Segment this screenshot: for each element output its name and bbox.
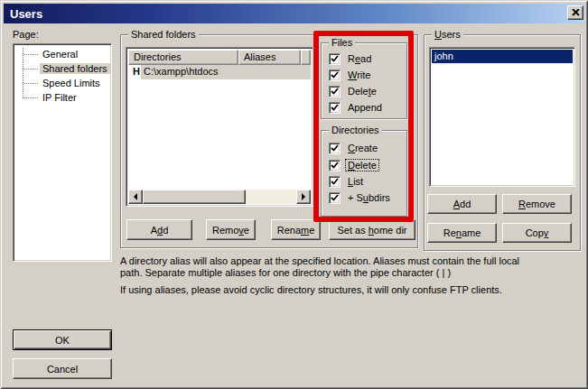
horizontal-scrollbar <box>128 190 311 204</box>
files-group: Files Read Write Delete Append <box>321 42 407 119</box>
column-header-directories[interactable]: Directories <box>128 50 238 65</box>
write-checkbox-label: Write <box>346 69 372 80</box>
column-header-filler <box>301 50 311 65</box>
close-button[interactable] <box>567 5 583 20</box>
checkbox-row-read[interactable]: Read <box>329 52 373 65</box>
arrow-left-icon <box>134 193 137 200</box>
scrollbar-thumb[interactable] <box>143 190 246 204</box>
tree-item-speed-limits[interactable]: Speed Limits <box>14 76 111 90</box>
shared-folders-listview: Directories Aliases H C:\xampp\htdocs <box>126 47 313 207</box>
alias-note-line: If using aliases, please avoid cyclic di… <box>120 284 581 296</box>
rename-user-button-label: Rename <box>443 227 481 238</box>
checkmark-icon <box>331 144 339 153</box>
append-checkbox[interactable] <box>329 102 341 114</box>
scroll-right-button[interactable] <box>296 190 311 204</box>
tree-item-label-selected: Shared folders <box>40 63 110 74</box>
checkbox-row-subdirs[interactable]: + Subdirs <box>329 191 392 204</box>
users-listbox: john <box>429 47 575 187</box>
ok-button-label: OK <box>55 335 70 346</box>
listview-header: Directories Aliases <box>128 50 311 65</box>
tree-item-label: General <box>40 49 80 60</box>
tree-item-shared-folders[interactable]: Shared folders <box>14 61 111 76</box>
remove-user-button[interactable]: Remove <box>502 194 572 214</box>
cancel-button-label: Cancel <box>47 364 78 375</box>
read-checkbox-label: Read <box>346 53 373 64</box>
checkbox-row-list[interactable]: List <box>329 175 365 188</box>
close-icon <box>572 9 580 16</box>
checkbox-row-append[interactable]: Append <box>329 101 384 114</box>
column-header-aliases[interactable]: Aliases <box>238 50 301 65</box>
subdirs-checkbox[interactable] <box>329 192 341 204</box>
cancel-button[interactable]: Cancel <box>13 358 112 379</box>
arrow-right-icon <box>302 193 305 200</box>
rename-folder-button-label: Rename <box>277 225 315 236</box>
create-checkbox[interactable] <box>329 143 341 154</box>
checkbox-row-delete-file[interactable]: Delete <box>329 85 378 97</box>
files-group-label: Files <box>329 37 355 48</box>
scrollbar-track[interactable] <box>246 190 296 204</box>
ok-button[interactable]: OK <box>13 329 112 350</box>
page-tree: General Shared folders Speed Limits IP F… <box>13 43 112 262</box>
append-checkbox-label: Append <box>346 102 384 113</box>
read-checkbox[interactable] <box>329 53 341 65</box>
checkmark-icon <box>331 194 339 202</box>
checkmark-icon <box>331 88 339 96</box>
create-checkbox-label: Create <box>346 143 379 153</box>
tree-item-label: IP Filter <box>40 92 79 103</box>
users-dialog: Users Page: General Shared folders Speed… <box>0 0 588 389</box>
home-dir-marker: H <box>128 65 141 79</box>
alias-note-line: A directory alias will also appear at th… <box>120 255 581 267</box>
tree-item-label: Speed Limits <box>40 78 103 88</box>
checkmark-icon <box>331 71 339 79</box>
list-checkbox[interactable] <box>329 176 341 188</box>
directories-group-label: Directories <box>329 125 382 135</box>
checkbox-row-write[interactable]: Write <box>329 69 372 81</box>
subdirs-checkbox-label: + Subdirs <box>346 192 392 203</box>
alias-notes: A directory alias will also appear at th… <box>120 255 581 296</box>
directory-path: C:\xampp\htdocs <box>141 65 311 79</box>
checkbox-row-delete-dir[interactable]: Delete <box>329 159 378 171</box>
checkmark-icon <box>331 178 339 186</box>
write-checkbox[interactable] <box>329 69 341 81</box>
delete-file-checkbox[interactable] <box>329 86 341 97</box>
add-folder-button[interactable]: Add <box>126 219 192 240</box>
checkmark-icon <box>331 55 339 63</box>
remove-folder-button[interactable]: Remove <box>206 219 256 240</box>
window-title: Users <box>10 7 42 21</box>
rename-folder-button[interactable]: Rename <box>271 219 321 240</box>
users-group-label: Users <box>432 29 463 40</box>
delete-file-checkbox-label: Delete <box>346 86 378 97</box>
tree-item-ip-filter[interactable]: IP Filter <box>14 90 111 105</box>
page-label: Page: <box>13 29 39 40</box>
delete-dir-checkbox[interactable] <box>329 160 341 171</box>
directory-row[interactable]: H C:\xampp\htdocs <box>128 65 311 79</box>
titlebar[interactable]: Users <box>4 4 584 23</box>
checkmark-icon <box>331 162 339 170</box>
checkbox-row-create[interactable]: Create <box>329 142 379 154</box>
add-user-button-label: Add <box>453 199 471 209</box>
set-as-home-dir-button-label: Set as home dir <box>337 225 406 236</box>
add-folder-button-label: Add <box>151 225 169 236</box>
delete-dir-checkbox-label: Delete <box>346 160 378 171</box>
shared-folders-group-label: Shared folders <box>128 29 199 40</box>
copy-user-button-label: Copy <box>526 227 549 238</box>
user-list-item[interactable]: john <box>432 50 573 63</box>
directories-group: Directories Create Delete List + Subdirs <box>321 130 407 217</box>
scroll-left-button[interactable] <box>128 190 143 204</box>
set-as-home-dir-button[interactable]: Set as home dir <box>329 219 415 240</box>
alias-note-line: path. Separate multiple aliases for one … <box>120 267 581 279</box>
add-user-button[interactable]: Add <box>427 194 497 214</box>
checkmark-icon <box>331 104 339 112</box>
copy-user-button[interactable]: Copy <box>502 223 572 243</box>
remove-user-button-label: Remove <box>518 199 555 209</box>
list-checkbox-label: List <box>346 176 365 187</box>
remove-folder-button-label: Remove <box>212 225 249 236</box>
tree-item-general[interactable]: General <box>14 47 111 61</box>
rename-user-button[interactable]: Rename <box>427 223 497 243</box>
